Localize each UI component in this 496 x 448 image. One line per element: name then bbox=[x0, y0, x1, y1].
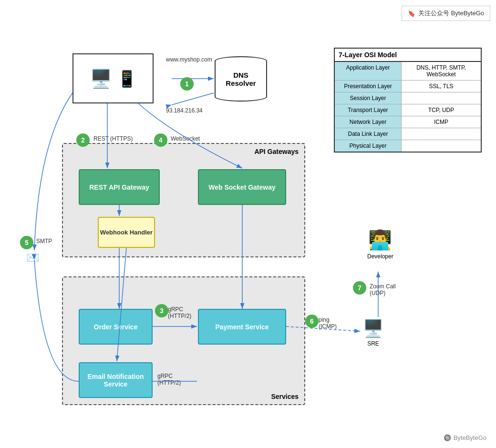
osi-layer-datalink: Data Link Layer bbox=[335, 128, 402, 140]
osi-row-transport: Transport Layer TCP, UDP bbox=[335, 104, 481, 116]
osi-proto-application: DNS, HTTP, SMTP, WebSocket bbox=[402, 62, 481, 80]
sre-label: SRE bbox=[367, 340, 379, 347]
api-gateways-label: API Gateways bbox=[254, 148, 299, 155]
web-socket-gateway-box: Web Socket Gateway bbox=[198, 169, 286, 205]
developer-icon: 👨‍💻 bbox=[368, 229, 392, 251]
grpc-label-2: gRPC(HTTP/2) bbox=[157, 373, 181, 386]
bottom-brand-label: ByteByteGo bbox=[454, 434, 486, 441]
smtp-label: SMTP bbox=[36, 238, 52, 244]
webhook-handler-box: Webhook Handler bbox=[98, 217, 155, 248]
step-3-circle: 3 bbox=[155, 304, 168, 317]
osi-proto-network: ICMP bbox=[402, 116, 481, 128]
osi-layer-physical: Physical Layer bbox=[335, 140, 402, 152]
mobile-icon: 📱 bbox=[117, 69, 137, 88]
dns-label: DNS Resolver bbox=[226, 71, 256, 87]
step-7-circle: 7 bbox=[353, 281, 366, 295]
sre-icon: 🖥️ bbox=[362, 318, 384, 338]
osi-row-network: Network Layer ICMP bbox=[335, 116, 481, 128]
brand-label: 关注公众号 ByteByteGo bbox=[418, 9, 484, 18]
dns-resolver-box: DNS Resolver bbox=[215, 56, 267, 102]
svg-line-5 bbox=[172, 93, 214, 105]
rest-api-gateway-box: REST API Gateway bbox=[79, 169, 160, 205]
services-label: Services bbox=[271, 393, 299, 400]
top-brand: 🔖 关注公众号 ByteByteGo bbox=[402, 6, 490, 21]
www-url-label: www.myshop.com bbox=[166, 56, 212, 63]
ping-label: ping(ICMP) bbox=[319, 316, 337, 330]
step-5-circle: 5 bbox=[20, 236, 33, 249]
developer-figure: 👨‍💻 Developer bbox=[367, 229, 393, 260]
osi-proto-transport: TCP, UDP bbox=[402, 104, 481, 116]
bottom-brand-icon: 🔘 bbox=[444, 434, 451, 441]
client-box: 🖥️ 📱 bbox=[72, 53, 154, 103]
step-1-circle: 1 bbox=[180, 77, 194, 91]
websocket-label: WebSocket bbox=[171, 135, 200, 142]
osi-title: 7-Layer OSI Model bbox=[335, 49, 481, 62]
osi-proto-physical bbox=[402, 140, 481, 152]
osi-row-presentation: Presentation Layer SSL, TLS bbox=[335, 81, 481, 92]
osi-layer-application: Application Layer bbox=[335, 62, 402, 80]
osi-proto-presentation: SSL, TLS bbox=[402, 81, 481, 92]
osi-row-session: Session Layer bbox=[335, 92, 481, 104]
zoom-label: Zoom Call(UDP) bbox=[370, 283, 396, 296]
osi-table: 7-Layer OSI Model Application Layer DNS,… bbox=[334, 48, 482, 153]
osi-layer-session: Session Layer bbox=[335, 92, 402, 104]
monitor-icon: 🖥️ bbox=[90, 68, 112, 89]
sre-figure: 🖥️ SRE bbox=[362, 318, 384, 347]
rest-https-label: REST (HTTPS) bbox=[93, 135, 133, 142]
grpc-label-1: gRPC(HTTP/2) bbox=[168, 306, 191, 319]
osi-layer-presentation: Presentation Layer bbox=[335, 81, 402, 92]
www-ip-label: 93.184.216.34 bbox=[166, 107, 203, 114]
osi-row-application: Application Layer DNS, HTTP, SMTP, WebSo… bbox=[335, 62, 481, 81]
osi-proto-session bbox=[402, 92, 481, 104]
payment-service-box: Payment Service bbox=[198, 309, 286, 345]
email-icon: ✉️ bbox=[26, 252, 39, 264]
osi-layer-transport: Transport Layer bbox=[335, 104, 402, 116]
bottom-brand: 🔘 ByteByteGo bbox=[444, 434, 486, 441]
osi-row-physical: Physical Layer bbox=[335, 140, 481, 152]
step-2-circle: 2 bbox=[76, 133, 90, 147]
osi-layer-network: Network Layer bbox=[335, 116, 402, 128]
email-notification-service-box: Email Notification Service bbox=[79, 362, 153, 398]
step-4-circle: 4 bbox=[154, 133, 167, 147]
osi-proto-datalink bbox=[402, 128, 481, 140]
step-6-circle: 6 bbox=[305, 315, 319, 328]
osi-row-datalink: Data Link Layer bbox=[335, 128, 481, 140]
developer-label: Developer bbox=[367, 253, 393, 260]
order-service-box: Order Service bbox=[79, 309, 153, 345]
brand-icon: 🔖 bbox=[408, 10, 415, 17]
